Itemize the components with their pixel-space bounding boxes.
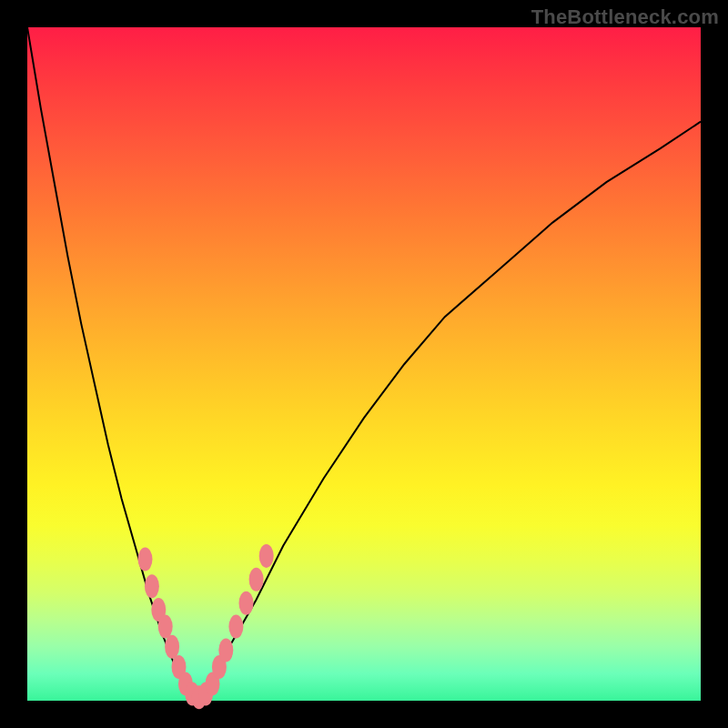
bead-marker — [145, 574, 159, 598]
beads-group — [138, 544, 274, 709]
curves-svg — [27, 27, 701, 701]
left-curve — [27, 27, 196, 701]
watermark-text: TheBottleneck.com — [531, 5, 719, 29]
bead-marker — [249, 568, 264, 592]
chart-frame: TheBottleneck.com — [0, 0, 728, 728]
bead-marker — [239, 592, 254, 615]
right-curve — [196, 122, 701, 701]
bead-marker — [158, 615, 173, 639]
bead-marker — [165, 635, 179, 659]
plot-area — [27, 27, 701, 701]
bead-marker — [259, 544, 274, 568]
bead-marker — [138, 548, 153, 571]
bead-marker — [228, 615, 243, 639]
bead-marker — [218, 639, 233, 662]
